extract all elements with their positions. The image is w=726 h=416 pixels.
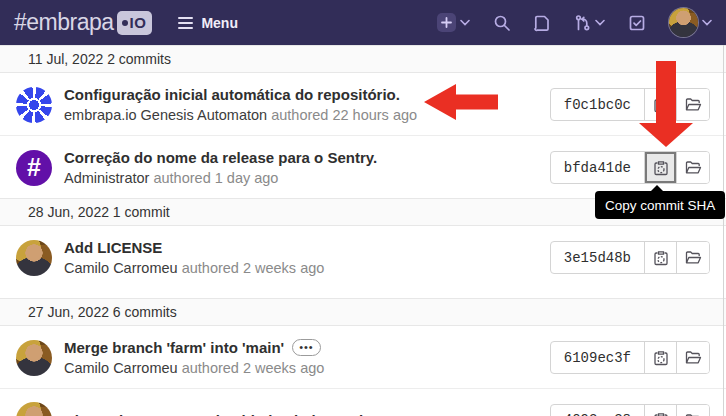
commit-row: Configuração inicial automática do repos… [0, 73, 726, 136]
embrapa-io-logo[interactable]: #embrapa IO [14, 9, 152, 36]
section-gap [0, 288, 726, 298]
merge-requests-button[interactable] [574, 14, 605, 32]
issues-icon [534, 14, 551, 32]
commit-time: authored 22 hours ago [271, 107, 417, 123]
hash-symbol: # [27, 153, 41, 182]
logo-dot [122, 20, 128, 26]
red-arrow-left-icon [424, 83, 498, 121]
copy-sha-button[interactable] [645, 405, 677, 416]
search-icon [493, 14, 511, 32]
user-avatar [669, 8, 698, 37]
copy-icon [653, 350, 669, 366]
sha-button-group: bfda41de [550, 151, 710, 184]
commit-sha-link[interactable]: 4092ec38 [551, 405, 645, 416]
sha-button-group: 6109ec3f [550, 341, 710, 374]
top-navbar: #embrapa IO Menu [0, 0, 726, 45]
commit-time: authored 1 day ago [153, 170, 278, 186]
commit-sha-link[interactable]: 6109ec3f [551, 342, 645, 373]
folder-icon [685, 160, 702, 175]
copy-icon [653, 250, 669, 266]
commit-author-link[interactable]: Camilo Carromeu [64, 360, 178, 376]
identicon-avatar [16, 87, 52, 123]
copy-sha-button-focused[interactable] [645, 152, 677, 183]
red-arrow-down-icon [639, 61, 693, 147]
commit-title-link[interactable]: Configuração inicial automática do repos… [64, 86, 400, 103]
menu-button[interactable]: Menu [178, 15, 238, 31]
browse-files-button[interactable] [677, 405, 709, 416]
commit-title-link[interactable]: Correção do nome da release para o Sentr… [64, 149, 377, 166]
commit-time: authored 2 weeks ago [182, 360, 325, 376]
date-header: 11 Jul, 2022 2 commits [0, 45, 726, 73]
gitlab-commits-page: #embrapa IO Menu [0, 0, 726, 416]
copy-sha-tooltip: Copy commit SHA [595, 191, 725, 219]
logo-io-badge: IO [117, 11, 153, 35]
commit-title-link[interactable]: Ajuste de tempos no healthcheck de servi… [64, 412, 389, 416]
expand-commit-description-button[interactable]: ••• [292, 339, 321, 356]
browse-files-button[interactable] [677, 342, 709, 373]
new-menu-button[interactable] [437, 13, 470, 32]
author-photo-avatar [16, 340, 52, 376]
copy-icon [653, 160, 669, 176]
browse-files-button[interactable] [677, 242, 709, 273]
hamburger-icon [178, 17, 193, 29]
commit-sha-link[interactable]: 3e15d48b [551, 242, 645, 273]
plus-icon [437, 13, 456, 32]
folder-icon [685, 350, 702, 365]
commit-sha-link[interactable]: bfda41de [551, 152, 645, 183]
search-button[interactable] [493, 14, 511, 32]
date-header-text: 27 Jun, 2022 6 commits [28, 304, 177, 320]
merge-request-icon [574, 14, 591, 32]
date-header-text: 28 Jun, 2022 1 commit [28, 204, 170, 220]
administrator-avatar: # [16, 150, 52, 186]
tooltip-pointer [651, 185, 663, 191]
date-header: 27 Jun, 2022 6 commits [0, 298, 726, 326]
commit-time: authored 2 weeks ago [182, 260, 325, 276]
todo-check-icon [628, 14, 646, 32]
copy-icon [653, 412, 669, 416]
folder-icon [685, 413, 702, 416]
author-photo-avatar [16, 402, 52, 416]
commit-sha-link[interactable]: f0c1bc0c [551, 89, 645, 120]
commit-row: Add LICENSE Camilo Carromeu authored 2 w… [0, 226, 726, 288]
chevron-down-icon [460, 19, 470, 26]
user-menu-button[interactable] [669, 8, 712, 37]
commit-row: # Correção do nome da release para o Sen… [0, 136, 726, 198]
logo-text: #embrapa [14, 9, 114, 36]
menu-label: Menu [201, 15, 238, 31]
commit-title-link[interactable]: Merge branch 'farm' into 'main' [64, 339, 284, 356]
commit-title-link[interactable]: Add LICENSE [64, 239, 162, 256]
todos-button[interactable] [628, 14, 646, 32]
commit-author-link[interactable]: embrapa.io Genesis Automaton [64, 107, 267, 123]
browse-files-button[interactable] [677, 152, 709, 183]
sha-button-group: 3e15d48b [550, 241, 710, 274]
date-header-text: 11 Jul, 2022 2 commits [28, 51, 171, 67]
window-edge-line [723, 45, 724, 416]
chevron-down-icon [702, 19, 712, 26]
chevron-down-icon [595, 19, 605, 26]
copy-sha-button[interactable] [645, 242, 677, 273]
commit-author-link[interactable]: Administrator [64, 170, 149, 186]
commit-author-link[interactable]: Camilo Carromeu [64, 260, 178, 276]
copy-sha-button[interactable] [645, 342, 677, 373]
sha-button-group: 4092ec38 [550, 404, 710, 416]
commit-row: Merge branch 'farm' into 'main' ••• Cami… [0, 326, 726, 389]
tooltip-text: Copy commit SHA [605, 198, 715, 213]
commit-row-partial: Ajuste de tempos no healthcheck de servi… [0, 389, 726, 416]
logo-io-text: IO [130, 14, 147, 31]
issues-button[interactable] [534, 14, 551, 32]
author-photo-avatar [16, 240, 52, 276]
folder-icon [685, 250, 702, 265]
